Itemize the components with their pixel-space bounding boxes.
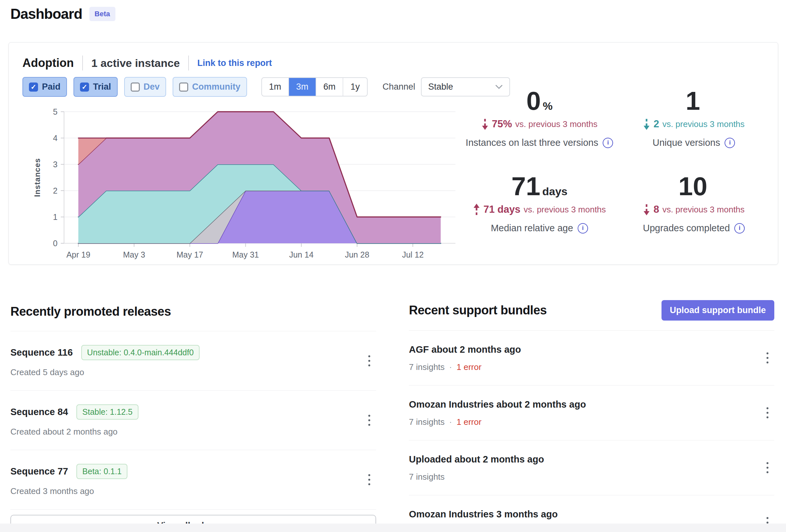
range-3m[interactable]: 3m [289, 78, 316, 96]
bundle-title: AGF about 2 months ago [409, 344, 521, 355]
trend-down-icon [643, 203, 650, 216]
svg-text:Apr 19: Apr 19 [66, 250, 90, 259]
range-label: 3m [296, 82, 308, 92]
upload-support-bundle-button[interactable]: Upload support bundle [662, 300, 774, 320]
svg-text:5: 5 [53, 107, 57, 116]
page-title: Dashboard [10, 6, 82, 22]
kebab-menu-icon[interactable] [366, 353, 373, 369]
link-to-report[interactable]: Link to this report [197, 58, 272, 68]
checkbox-icon[interactable] [80, 82, 89, 92]
bundle-row[interactable]: AGF about 2 months ago 7 insights · 1 er… [409, 331, 774, 386]
release-row[interactable]: Sequence 84 Stable: 1.12.5 Created about… [10, 391, 376, 450]
filter-label: Trial [93, 82, 111, 92]
trend-down-icon [643, 118, 650, 130]
stat-label: Unique versions [653, 137, 720, 148]
delta-value: 8 [653, 204, 659, 215]
release-created: Created 3 months ago [10, 486, 94, 496]
adoption-card-header: Adoption 1 active instance Link to this … [22, 55, 272, 71]
kebab-menu-icon[interactable] [366, 471, 373, 488]
bundles-heading: Recent support bundles [409, 304, 547, 317]
info-icon[interactable] [603, 138, 613, 148]
release-row[interactable]: Sequence 116 Unstable: 0.4.0-main.444ddf… [10, 331, 376, 391]
checkbox-icon[interactable] [29, 82, 38, 92]
svg-text:May 31: May 31 [232, 250, 259, 259]
bundle-errors: 1 error [457, 362, 482, 372]
divider [82, 55, 83, 71]
releases-heading: Recently promoted releases [10, 305, 171, 319]
stat-suffix: days [542, 185, 568, 197]
stat-value: 71days [462, 173, 617, 200]
stat-delta: 2 vs. previous 3 months [617, 118, 771, 130]
range-6m[interactable]: 6m [316, 78, 344, 96]
range-1y[interactable]: 1y [343, 78, 367, 96]
stat-value: 0% [462, 87, 617, 115]
bundle-row[interactable]: Omozan Industries about 2 months ago 7 i… [409, 386, 774, 440]
recently-promoted-releases-section: Recently promoted releases Sequence 116 … [10, 305, 376, 532]
info-icon[interactable] [724, 138, 735, 148]
delta-suffix: vs. previous 3 months [515, 119, 598, 129]
delta-value: 2 [653, 118, 659, 130]
kebab-menu-icon[interactable] [366, 412, 373, 428]
stat-upgrades-completed: 10 8 vs. previous 3 months Upgrades comp… [617, 166, 771, 234]
bundle-errors: 1 error [457, 417, 482, 427]
delta-suffix: vs. previous 3 months [524, 204, 606, 215]
release-title: Sequence 116 [10, 347, 73, 358]
stat-suffix: % [543, 100, 553, 112]
release-channel-badge: Beta: 0.1.1 [76, 464, 128, 479]
stat-value: 1 [617, 87, 771, 115]
filter-label: Community [192, 82, 240, 92]
page-footer-strip [0, 524, 786, 532]
filter-trial[interactable]: Trial [73, 77, 118, 97]
kebab-menu-icon[interactable] [764, 350, 771, 366]
meta-dot: · [449, 417, 452, 427]
info-icon[interactable] [578, 223, 588, 234]
delta-value: 75% [492, 118, 512, 130]
svg-text:May 3: May 3 [123, 250, 145, 259]
delta-suffix: vs. previous 3 months [663, 204, 745, 215]
adoption-stats: 0% 75% vs. previous 3 months Instances o… [462, 81, 771, 234]
channel-label: Channel [383, 82, 415, 92]
bundle-title: Omozan Industries 3 months ago [409, 509, 558, 519]
svg-text:2: 2 [53, 186, 57, 195]
filter-community[interactable]: Community [172, 77, 247, 97]
svg-text:Jun 14: Jun 14 [289, 250, 314, 259]
range-label: 1m [269, 82, 281, 92]
svg-text:Jun 28: Jun 28 [345, 250, 369, 259]
time-range-selector: 1m 3m 6m 1y [261, 77, 368, 96]
svg-text:4: 4 [53, 134, 57, 143]
page-header: Dashboard Beta [10, 6, 115, 22]
stat-label: Median relative age [491, 223, 573, 234]
divider [188, 55, 189, 71]
beta-badge: Beta [89, 7, 115, 21]
filter-dev[interactable]: Dev [124, 77, 166, 97]
release-channel-badge: Stable: 1.12.5 [76, 404, 138, 420]
release-title: Sequence 84 [10, 407, 68, 417]
checkbox-icon[interactable] [179, 82, 188, 92]
filter-paid[interactable]: Paid [22, 77, 67, 97]
release-row[interactable]: Sequence 77 Beta: 0.1.1 Created 3 months… [10, 450, 376, 510]
bundle-row[interactable]: Uploaded about 2 months ago 7 insights · [409, 440, 774, 495]
adoption-title: Adoption [22, 56, 74, 70]
bundle-insights: 7 insights [409, 417, 445, 427]
svg-text:3: 3 [53, 160, 57, 169]
bundle-insights: 7 insights [409, 362, 445, 372]
checkbox-icon[interactable] [131, 82, 140, 92]
svg-text:May 17: May 17 [177, 250, 203, 259]
kebab-menu-icon[interactable] [764, 405, 771, 421]
range-label: 1y [350, 82, 360, 92]
range-1m[interactable]: 1m [262, 78, 289, 96]
filter-label: Dev [144, 82, 160, 92]
adoption-filters: Paid Trial Dev Community 1m 3m 6m 1y Cha… [22, 77, 510, 97]
channel-value: Stable [428, 82, 453, 92]
stat-delta: 75% vs. previous 3 months [462, 118, 617, 130]
info-icon[interactable] [734, 223, 745, 234]
trend-down-icon [481, 118, 489, 130]
stat-label: Upgrades completed [643, 223, 730, 234]
stat-value: 10 [617, 173, 771, 200]
kebab-menu-icon[interactable] [764, 460, 771, 476]
svg-text:Jul 12: Jul 12 [402, 250, 424, 259]
release-title: Sequence 77 [10, 466, 68, 477]
release-created: Created about 2 months ago [10, 427, 118, 437]
filter-label: Paid [42, 82, 61, 92]
stat-median-relative-age: 71days 71 days vs. previous 3 months Med… [462, 166, 617, 234]
